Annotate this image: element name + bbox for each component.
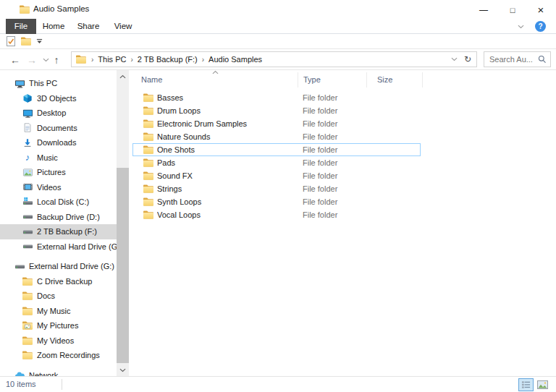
monitor-icon	[22, 107, 33, 119]
sidebar-item-videos[interactable]: Videos	[0, 180, 117, 195]
sidebar-item-label: Local Disk (C:)	[37, 197, 89, 206]
sidebar-item-label: 2 TB Backup (F:)	[37, 227, 97, 236]
properties-icon[interactable]	[6, 35, 16, 47]
table-row-drum-loops[interactable]: Drum LoopsFile folder	[132, 104, 421, 117]
sidebar-item-label: C Drive Backup	[37, 277, 92, 286]
folder-icon	[143, 157, 154, 169]
table-row-synth-loops[interactable]: Synth LoopsFile folder	[132, 195, 421, 208]
sidebar-item-external-hard-drive-g[interactable]: External Hard Drive (G:)	[0, 259, 117, 274]
sidebar-item-downloads[interactable]: Downloads	[0, 135, 117, 150]
sidebar-item-c-drive-backup[interactable]: C Drive Backup	[0, 274, 117, 289]
breadcrumb-item[interactable]: 2 TB Backup (F:)	[138, 55, 198, 64]
sidebar-item-my-pictures[interactable]: My Pictures	[0, 318, 117, 333]
folder-icon	[143, 131, 154, 142]
sidebar-item-this-pc[interactable]: This PC	[0, 76, 117, 91]
maximize-button[interactable]: □	[498, 1, 527, 19]
breadcrumb-item[interactable]: Audio Samples	[208, 55, 262, 64]
status-divider	[62, 379, 62, 390]
file-name: Nature Sounds	[157, 132, 300, 141]
file-type: File folder	[300, 132, 369, 141]
scrollbar-thumb[interactable]	[117, 168, 129, 363]
sidebar-item-external-hard-drive-g[interactable]: External Hard Drive (G:)	[0, 239, 117, 255]
minimize-button[interactable]: —	[469, 1, 498, 19]
sidebar-item-label: My Music	[37, 307, 70, 315]
drive-icon	[14, 260, 25, 272]
file-name: Synth Loops	[157, 197, 300, 206]
sidebar-item-local-disk-c[interactable]: Local Disk (C:)	[0, 195, 117, 210]
sidebar-item-label: My Pictures	[37, 321, 78, 330]
breadcrumb: ›This PC›2 TB Backup (F:)›Audio Samples	[87, 55, 262, 64]
sidebar-item-pictures[interactable]: Pictures	[0, 165, 117, 180]
sidebar-item-zoom-recordings[interactable]: Zoom Recordings	[0, 348, 117, 363]
sidebar-item-documents[interactable]: Documents	[0, 121, 117, 136]
scroll-up-icon[interactable]	[117, 71, 129, 82]
thumbnails-view-button[interactable]	[535, 378, 550, 391]
sidebar-item-my-music[interactable]: My Music	[0, 304, 117, 319]
navigation-bar: ← → ↑ ›This PC›2 TB Backup (F:)›Audio Sa…	[0, 49, 556, 70]
table-row-nature-sounds[interactable]: Nature SoundsFile folder	[132, 130, 421, 143]
breadcrumb-separator-icon[interactable]: ›	[130, 56, 132, 64]
sidebar-item-docs[interactable]: Docs	[0, 289, 117, 304]
quick-access-toolbar	[0, 34, 556, 49]
new-folder-icon[interactable]	[20, 35, 32, 47]
breadcrumb-separator-icon[interactable]: ›	[91, 56, 93, 64]
folder-icon	[19, 4, 30, 15]
sidebar-item-desktop[interactable]: Desktop	[0, 106, 117, 121]
column-header-name[interactable]: Name	[132, 72, 298, 88]
address-dropdown-chevron-icon[interactable]	[451, 57, 458, 61]
details-view-button[interactable]	[518, 378, 534, 391]
folder-icon	[143, 170, 154, 182]
search-box[interactable]	[484, 51, 551, 67]
table-row-pads[interactable]: PadsFile folder	[132, 156, 421, 169]
column-header-size[interactable]: Size	[367, 72, 423, 88]
forward-button[interactable]: →	[25, 49, 39, 70]
sidebar-item-network[interactable]: Network	[0, 368, 117, 377]
tab-share[interactable]: Share	[71, 19, 106, 34]
sidebar-item-3d-objects[interactable]: 3D Objects	[0, 91, 117, 106]
search-input[interactable]	[489, 55, 538, 64]
breadcrumb-item[interactable]: This PC	[98, 55, 126, 64]
breadcrumb-separator-icon[interactable]: ›	[202, 56, 204, 64]
table-row-one-shots[interactable]: One ShotsFile folder	[132, 143, 421, 156]
sidebar-item-backup-drive-d[interactable]: Backup Drive (D:)	[0, 210, 117, 225]
customize-toolbar-icon[interactable]	[36, 38, 43, 44]
column-header-type[interactable]: Type	[298, 72, 367, 88]
sidebar-item-my-videos[interactable]: My Videos	[0, 333, 117, 349]
help-icon[interactable]: ?	[535, 21, 546, 32]
up-button[interactable]: ↑	[49, 49, 64, 70]
table-row-strings[interactable]: StringsFile folder	[132, 182, 421, 195]
table-row-vocal-loops[interactable]: Vocal LoopsFile folder	[132, 208, 421, 221]
sidebar-item-label: Documents	[37, 124, 77, 132]
sidebar-item-music[interactable]: ♪Music	[0, 150, 117, 166]
tab-view[interactable]: View	[106, 19, 140, 34]
file-name: Pads	[157, 158, 300, 167]
picture-icon	[22, 166, 33, 178]
file-type: File folder	[300, 210, 369, 219]
sidebar-item-label: Downloads	[37, 138, 76, 147]
tab-home[interactable]: Home	[36, 19, 71, 34]
scroll-down-icon[interactable]	[117, 365, 129, 375]
table-row-sound-fx[interactable]: Sound FXFile folder	[132, 169, 421, 182]
column-header-row: NameTypeSize	[132, 72, 423, 88]
refresh-icon[interactable]: ↻	[464, 54, 471, 64]
table-row-basses[interactable]: BassesFile folder	[132, 91, 421, 104]
table-row-electronic-drum-samples[interactable]: Electronic Drum SamplesFile folder	[132, 117, 421, 130]
file-list-pane: NameTypeSize BassesFile folderDrum Loops…	[132, 70, 556, 376]
drive-icon	[22, 241, 33, 252]
folder-icon	[143, 118, 154, 129]
address-bar[interactable]: ›This PC›2 TB Backup (F:)›Audio Samples …	[71, 51, 477, 67]
sidebar-item-2-tb-backup-f[interactable]: 2 TB Backup (F:)	[0, 224, 117, 239]
sidebar-item-label: Music	[37, 153, 58, 162]
status-bar: 10 items	[0, 376, 556, 392]
search-icon[interactable]	[538, 55, 547, 64]
back-button[interactable]: ←	[7, 49, 23, 70]
folder-icon	[75, 54, 87, 65]
chevron-down-icon[interactable]	[518, 25, 524, 29]
file-name: Basses	[157, 93, 300, 102]
navigation-pane: This PC3D ObjectsDesktopDocumentsDownloa…	[0, 70, 117, 376]
sidebar-scrollbar[interactable]	[117, 70, 129, 376]
document-icon	[22, 122, 33, 134]
close-button[interactable]: ×	[526, 1, 555, 19]
tab-file[interactable]: File	[6, 19, 36, 34]
file-type: File folder	[300, 184, 369, 193]
